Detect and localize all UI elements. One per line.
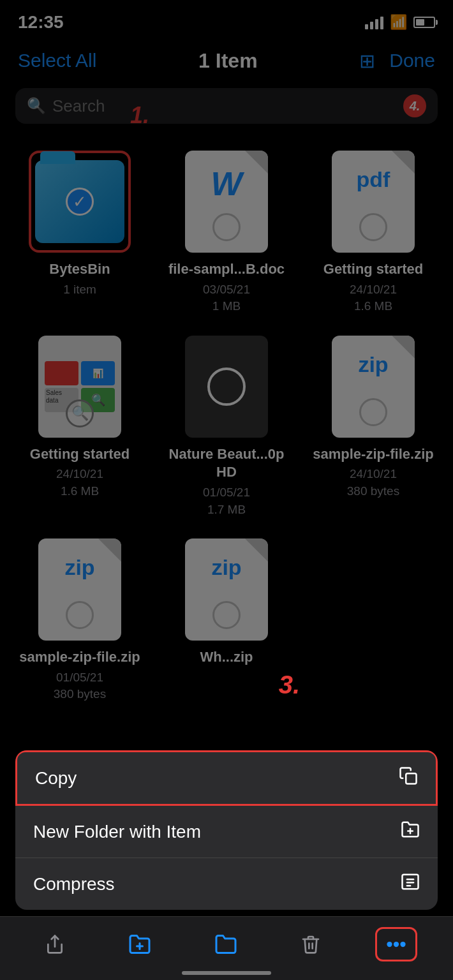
context-menu: Copy New Folder with Item Compress	[15, 750, 438, 910]
compress-menu-item[interactable]: Compress	[15, 858, 438, 910]
copy-icon	[399, 766, 418, 790]
new-folder-label: New Folder with Item	[33, 822, 201, 842]
trash-button[interactable]	[292, 930, 330, 958]
add-folder-button[interactable]	[119, 929, 160, 960]
svg-rect-0	[406, 773, 416, 783]
share-button[interactable]	[36, 930, 74, 958]
compress-icon	[401, 872, 420, 896]
compress-label: Compress	[33, 874, 115, 895]
more-button[interactable]: 2.	[375, 927, 417, 961]
label-3: 3.	[279, 671, 300, 699]
new-folder-menu-item[interactable]: New Folder with Item	[15, 806, 438, 858]
svg-point-10	[389, 942, 392, 946]
new-folder-icon	[401, 820, 420, 843]
copy-label: Copy	[35, 768, 77, 789]
svg-point-12	[402, 942, 405, 946]
svg-point-11	[395, 942, 398, 946]
copy-menu-item[interactable]: Copy	[15, 750, 438, 806]
tab-bar: 2.	[0, 916, 453, 980]
folder-button[interactable]	[205, 929, 246, 960]
home-indicator	[182, 971, 271, 975]
